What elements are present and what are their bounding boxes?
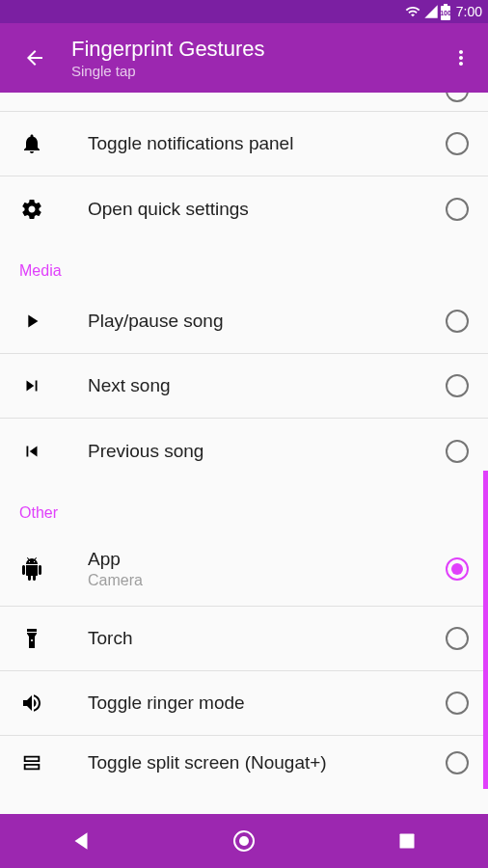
page-subtitle: Single tap xyxy=(71,63,265,79)
radio-off-icon xyxy=(446,198,469,221)
overflow-menu-button[interactable] xyxy=(442,39,480,77)
svg-point-4 xyxy=(239,836,249,846)
battery-icon: 100 xyxy=(441,4,450,20)
radio-off-icon xyxy=(446,374,469,397)
flashlight-icon xyxy=(20,627,43,650)
svg-rect-1 xyxy=(444,4,447,7)
list-item-splitscreen[interactable]: Toggle split screen (Nougat+) xyxy=(0,736,488,790)
radio-on-icon xyxy=(446,557,469,581)
radio-off-icon xyxy=(446,440,469,463)
list-item-torch[interactable]: Torch xyxy=(0,607,488,671)
android-icon xyxy=(20,557,43,581)
radio-off-icon xyxy=(446,692,469,715)
list-item-playpause[interactable]: Play/pause song xyxy=(0,289,488,354)
nav-recent-button[interactable] xyxy=(368,822,446,860)
row-label: App xyxy=(88,549,446,570)
row-label: Open quick settings xyxy=(88,199,446,220)
list-item-partial[interactable] xyxy=(0,93,488,112)
signal-icon xyxy=(423,4,439,19)
row-label: Toggle notifications panel xyxy=(88,133,446,154)
row-label: Play/pause song xyxy=(88,311,446,332)
svg-text:100: 100 xyxy=(441,10,450,16)
settings-list[interactable]: Toggle notifications panel Open quick se… xyxy=(0,93,488,814)
play-icon xyxy=(21,311,42,332)
arrow-back-icon xyxy=(23,46,46,69)
more-vert-icon xyxy=(449,46,473,69)
skip-previous-icon xyxy=(21,441,42,462)
radio-off-icon xyxy=(446,93,469,102)
gear-icon xyxy=(20,198,43,221)
list-item-nextsong[interactable]: Next song xyxy=(0,354,488,419)
bell-icon xyxy=(20,132,43,155)
nav-recent-icon xyxy=(397,831,417,851)
nav-back-button[interactable] xyxy=(42,822,120,860)
page-title: Fingerprint Gestures xyxy=(71,37,265,62)
app-bar: Fingerprint Gestures Single tap xyxy=(0,23,488,93)
radio-off-icon xyxy=(446,310,469,333)
nav-home-icon xyxy=(232,829,256,853)
status-time: 7:00 xyxy=(456,4,482,19)
list-item-notifications[interactable]: Toggle notifications panel xyxy=(0,112,488,176)
nav-back-icon xyxy=(68,828,94,854)
section-header-media: Media xyxy=(0,241,488,289)
section-header-other: Other xyxy=(0,483,488,531)
split-screen-icon xyxy=(21,752,42,773)
scroll-indicator[interactable] xyxy=(483,471,488,789)
list-item-quicksettings[interactable]: Open quick settings xyxy=(0,176,488,241)
nav-home-button[interactable] xyxy=(205,822,283,860)
navigation-bar xyxy=(0,814,488,868)
row-label: Toggle split screen (Nougat+) xyxy=(88,752,446,773)
wifi-icon xyxy=(404,4,421,19)
volume-icon xyxy=(20,692,43,715)
back-button[interactable] xyxy=(15,39,54,77)
status-bar: 100 7:00 xyxy=(0,0,488,23)
list-item-ringer[interactable]: Toggle ringer mode xyxy=(0,671,488,736)
radio-off-icon xyxy=(446,132,469,155)
row-sublabel: Camera xyxy=(88,572,446,589)
row-label: Next song xyxy=(88,375,446,396)
radio-off-icon xyxy=(446,627,469,650)
list-item-prevsong[interactable]: Previous song xyxy=(0,419,488,483)
radio-off-icon xyxy=(446,751,469,774)
skip-next-icon xyxy=(21,375,42,396)
row-label: Previous song xyxy=(88,441,446,462)
row-label: Toggle ringer mode xyxy=(88,692,446,714)
list-item-app[interactable]: App Camera xyxy=(0,531,488,607)
svg-rect-5 xyxy=(399,834,414,849)
row-label: Torch xyxy=(88,628,446,649)
